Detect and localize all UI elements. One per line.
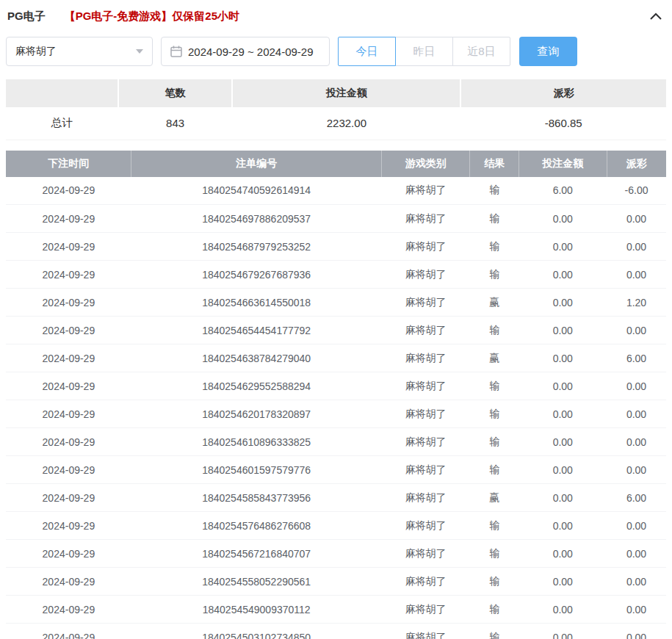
game-select[interactable]: 麻将胡了 bbox=[6, 37, 153, 66]
notice-text: 【PG电子-免费游戏】仅保留25小时 bbox=[65, 10, 239, 24]
cell-game-type: 麻将胡了 bbox=[382, 568, 470, 596]
cell-result: 赢 bbox=[470, 289, 519, 317]
summary-total-label: 总计 bbox=[6, 107, 118, 140]
date-range-value: 2024-09-29 ~ 2024-09-29 bbox=[188, 46, 314, 58]
game-select-value: 麻将胡了 bbox=[15, 45, 57, 58]
table-row: 2024-09-29 1840254567216840707 麻将胡了 输 0.… bbox=[6, 540, 666, 568]
cell-bet-id: 1840254610896333825 bbox=[131, 428, 382, 456]
cell-game-type: 麻将胡了 bbox=[382, 205, 470, 233]
cell-bet-id: 1840254697886209537 bbox=[131, 205, 382, 233]
col-header-result: 结果 bbox=[470, 151, 519, 177]
cell-bet-id: 1840254679267687936 bbox=[131, 261, 382, 289]
cell-bet-time: 2024-09-29 bbox=[6, 289, 131, 317]
summary-header-bet-amount: 投注金额 bbox=[232, 79, 460, 107]
collapse-button[interactable] bbox=[647, 10, 665, 23]
cell-game-type: 麻将胡了 bbox=[382, 289, 470, 317]
cell-payout: 0.00 bbox=[607, 456, 666, 484]
cell-bet-amount: 0.00 bbox=[519, 400, 607, 428]
cell-bet-amount: 0.00 bbox=[519, 484, 607, 512]
cell-bet-id: 1840254576486276608 bbox=[131, 512, 382, 540]
cell-bet-id: 1840254585843773956 bbox=[131, 484, 382, 512]
table-row: 2024-09-29 1840254601597579776 麻将胡了 输 0.… bbox=[6, 456, 666, 484]
cell-game-type: 麻将胡了 bbox=[382, 512, 470, 540]
cell-bet-id: 1840254503102734850 bbox=[131, 624, 382, 639]
cell-bet-amount: 0.00 bbox=[519, 540, 607, 568]
col-header-payout: 派彩 bbox=[607, 151, 666, 177]
summary-bet-amount-value: 2232.00 bbox=[232, 107, 460, 140]
cell-bet-time: 2024-09-29 bbox=[6, 261, 131, 289]
table-row: 2024-09-29 1840254549009370112 麻将胡了 输 0.… bbox=[6, 596, 666, 624]
cell-bet-amount: 6.00 bbox=[519, 177, 607, 205]
cell-payout: 0.00 bbox=[607, 205, 666, 233]
cell-result: 赢 bbox=[470, 344, 519, 372]
col-header-game-type: 游戏类别 bbox=[382, 151, 470, 177]
cell-bet-amount: 0.00 bbox=[519, 261, 607, 289]
cell-result: 输 bbox=[470, 177, 519, 205]
cell-bet-amount: 0.00 bbox=[519, 233, 607, 261]
quick-filter-today[interactable]: 今日 bbox=[338, 37, 396, 66]
bet-table: 下注时间 注单编号 游戏类别 结果 投注金额 派彩 2024-09-29 184… bbox=[6, 151, 666, 639]
table-row: 2024-09-29 1840254576486276608 麻将胡了 输 0.… bbox=[6, 512, 666, 540]
cell-bet-id: 1840254558052290561 bbox=[131, 568, 382, 596]
quick-filter-last8days[interactable]: 近8日 bbox=[452, 37, 510, 66]
summary-table: 笔数 投注金额 派彩 总计 843 2232.00 -860.85 bbox=[6, 79, 666, 140]
cell-bet-time: 2024-09-29 bbox=[6, 540, 131, 568]
cell-bet-amount: 0.00 bbox=[519, 372, 607, 400]
cell-payout: 0.00 bbox=[607, 540, 666, 568]
cell-bet-amount: 0.00 bbox=[519, 344, 607, 372]
cell-payout: 1.20 bbox=[607, 289, 666, 317]
cell-result: 输 bbox=[470, 317, 519, 344]
cell-bet-time: 2024-09-29 bbox=[6, 205, 131, 233]
cell-bet-id: 1840254740592614914 bbox=[131, 177, 382, 205]
cell-bet-time: 2024-09-29 bbox=[6, 317, 131, 344]
cell-bet-id: 1840254638784279040 bbox=[131, 344, 382, 372]
cell-bet-amount: 0.00 bbox=[519, 596, 607, 624]
cell-bet-time: 2024-09-29 bbox=[6, 512, 131, 540]
cell-bet-time: 2024-09-29 bbox=[6, 456, 131, 484]
summary-header-count: 笔数 bbox=[118, 79, 233, 107]
cell-payout: 0.00 bbox=[607, 568, 666, 596]
cell-bet-id: 1840254687979253252 bbox=[131, 233, 382, 261]
summary-payout-value: -860.85 bbox=[460, 107, 666, 140]
cell-bet-amount: 0.00 bbox=[519, 568, 607, 596]
cell-game-type: 麻将胡了 bbox=[382, 596, 470, 624]
cell-payout: 0.00 bbox=[607, 512, 666, 540]
bet-table-body: 2024-09-29 1840254740592614914 麻将胡了 输 6.… bbox=[6, 177, 666, 639]
table-row: 2024-09-29 1840254503102734850 麻将胡了 输 0.… bbox=[6, 624, 666, 639]
cell-bet-id: 1840254663614550018 bbox=[131, 289, 382, 317]
cell-bet-id: 1840254567216840707 bbox=[131, 540, 382, 568]
search-button[interactable]: 查询 bbox=[519, 37, 577, 66]
cell-bet-time: 2024-09-29 bbox=[6, 400, 131, 428]
cell-payout: 0.00 bbox=[607, 372, 666, 400]
cell-result: 输 bbox=[470, 205, 519, 233]
cell-game-type: 麻将胡了 bbox=[382, 372, 470, 400]
cell-bet-id: 1840254601597579776 bbox=[131, 456, 382, 484]
cell-payout: 0.00 bbox=[607, 400, 666, 428]
cell-payout: 0.00 bbox=[607, 428, 666, 456]
summary-header-row: 笔数 投注金额 派彩 bbox=[6, 79, 666, 107]
cell-bet-time: 2024-09-29 bbox=[6, 233, 131, 261]
col-header-bet-time: 下注时间 bbox=[6, 151, 131, 177]
date-range-picker[interactable]: 2024-09-29 ~ 2024-09-29 bbox=[161, 37, 330, 66]
table-row: 2024-09-29 1840254687979253252 麻将胡了 输 0.… bbox=[6, 233, 666, 261]
cell-game-type: 麻将胡了 bbox=[382, 344, 470, 372]
cell-bet-id: 1840254654454177792 bbox=[131, 317, 382, 344]
table-row: 2024-09-29 1840254610896333825 麻将胡了 输 0.… bbox=[6, 428, 666, 456]
cell-result: 输 bbox=[470, 540, 519, 568]
cell-result: 输 bbox=[470, 372, 519, 400]
caret-down-icon bbox=[136, 49, 143, 54]
quick-filter-yesterday[interactable]: 昨日 bbox=[395, 37, 453, 66]
cell-bet-id: 1840254629552588294 bbox=[131, 372, 382, 400]
cell-payout: 0.00 bbox=[607, 624, 666, 639]
summary-header-payout: 派彩 bbox=[460, 79, 666, 107]
col-header-bet-id: 注单编号 bbox=[131, 151, 382, 177]
cell-result: 输 bbox=[470, 233, 519, 261]
cell-bet-id: 1840254549009370112 bbox=[131, 596, 382, 624]
panel-header: PG电子 【PG电子-免费游戏】仅保留25小时 bbox=[6, 6, 666, 26]
table-row: 2024-09-29 1840254697886209537 麻将胡了 输 0.… bbox=[6, 205, 666, 233]
cell-bet-time: 2024-09-29 bbox=[6, 428, 131, 456]
table-row: 2024-09-29 1840254654454177792 麻将胡了 输 0.… bbox=[6, 317, 666, 344]
cell-payout: 0.00 bbox=[607, 596, 666, 624]
cell-payout: 6.00 bbox=[607, 484, 666, 512]
cell-bet-time: 2024-09-29 bbox=[6, 177, 131, 205]
